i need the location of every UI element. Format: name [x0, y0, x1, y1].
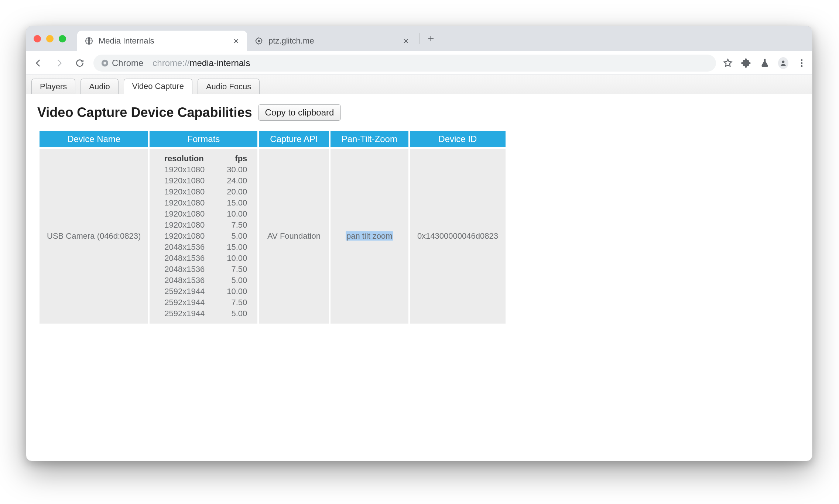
col-capture-api[interactable]: Capture API: [259, 131, 329, 147]
cell-ptz: pan tilt zoom: [331, 149, 408, 324]
format-resolution: 2048x1536: [164, 276, 205, 285]
toolbar: Chrome chrome://media-internals: [26, 51, 812, 75]
labs-icon[interactable]: [760, 58, 770, 68]
format-resolution: 1920x1080: [164, 220, 205, 230]
formats-header-fps: fps: [227, 154, 247, 163]
subtab-label: Audio: [89, 82, 110, 92]
toolbar-right: [723, 58, 807, 68]
col-device-id[interactable]: Device ID: [410, 131, 506, 147]
svg-point-8: [801, 65, 803, 67]
format-resolution: 1920x1080: [164, 187, 205, 197]
chrome-chip: Chrome: [101, 58, 143, 68]
close-window-button[interactable]: [34, 35, 41, 42]
reload-button[interactable]: [73, 56, 87, 70]
url-text: chrome://media-internals: [153, 58, 250, 68]
capabilities-table: Device Name Formats Capture API Pan-Tilt…: [38, 130, 507, 325]
format-resolution: 1920x1080: [164, 198, 205, 208]
close-tab-icon[interactable]: ×: [402, 36, 410, 46]
page-heading: Video Capture Device Capabilities: [37, 105, 252, 120]
back-button[interactable]: [31, 56, 45, 70]
subtab-video-capture[interactable]: Video Capture: [124, 79, 192, 94]
format-resolution: 2048x1536: [164, 253, 205, 263]
format-fps: 24.00: [227, 176, 247, 186]
tabstrip: Media Internals × ptz.glitch.me × +: [26, 26, 812, 51]
format-resolution: 1920x1080: [164, 231, 205, 241]
minimize-window-button[interactable]: [46, 35, 54, 42]
format-fps: 10.00: [227, 287, 247, 296]
chrome-chip-label: Chrome: [112, 58, 143, 68]
forward-button[interactable]: [52, 56, 66, 70]
browser-window: Media Internals × ptz.glitch.me × + Chro…: [26, 26, 812, 461]
target-icon: [254, 37, 263, 45]
tab-title: Media Internals: [99, 36, 227, 46]
format-fps: 15.00: [227, 198, 247, 208]
col-device-name[interactable]: Device Name: [40, 131, 148, 147]
cell-formats: resolution fps 1920x108030.001920x108024…: [150, 149, 257, 324]
format-resolution: 1920x1080: [164, 165, 205, 175]
col-formats[interactable]: Formats: [150, 131, 257, 147]
globe-icon: [85, 37, 93, 45]
new-tab-button[interactable]: +: [422, 32, 440, 45]
subtab-players[interactable]: Players: [31, 79, 75, 94]
close-tab-icon[interactable]: ×: [232, 36, 240, 46]
subtab-label: Video Capture: [132, 82, 184, 91]
format-resolution: 2592x1944: [164, 309, 205, 318]
format-fps: 5.00: [227, 231, 247, 241]
extensions-icon[interactable]: [741, 58, 751, 68]
format-fps: 10.00: [227, 209, 247, 219]
format-fps: 5.00: [227, 309, 247, 318]
maximize-window-button[interactable]: [59, 35, 66, 42]
url-main: media-internals: [189, 58, 250, 68]
svg-point-5: [782, 61, 785, 63]
format-resolution: 2048x1536: [164, 265, 205, 274]
table-row: USB Camera (046d:0823) resolution fps 19…: [40, 149, 506, 324]
window-controls: [34, 35, 66, 42]
formats-header-resolution: resolution: [164, 154, 205, 163]
col-ptz[interactable]: Pan-Tilt-Zoom: [331, 131, 408, 147]
bookmark-star-icon[interactable]: [723, 58, 733, 68]
cell-device-id: 0x14300000046d0823: [410, 149, 506, 324]
format-resolution: 2592x1944: [164, 287, 205, 296]
svg-point-2: [258, 40, 260, 42]
format-resolution: 1920x1080: [164, 176, 205, 186]
browser-tab-ptz[interactable]: ptz.glitch.me ×: [247, 31, 417, 51]
subtab-label: Audio Focus: [206, 82, 251, 92]
internal-tabs: Players Audio Video Capture Audio Focus: [26, 75, 812, 94]
format-fps: 5.00: [227, 276, 247, 285]
url-prefix: chrome://: [153, 58, 189, 68]
format-fps: 7.50: [227, 265, 247, 274]
browser-tab-media-internals[interactable]: Media Internals ×: [77, 31, 247, 51]
omnibox-divider: [148, 58, 148, 68]
format-fps: 7.50: [227, 298, 247, 307]
subtab-audio-focus[interactable]: Audio Focus: [198, 79, 260, 94]
ptz-value: pan tilt zoom: [346, 231, 393, 241]
profile-avatar[interactable]: [778, 58, 788, 68]
format-resolution: 1920x1080: [164, 209, 205, 219]
svg-point-6: [801, 59, 803, 61]
cell-device-name: USB Camera (046d:0823): [40, 149, 148, 324]
tab-separator: [419, 33, 420, 44]
format-fps: 10.00: [227, 253, 247, 263]
tab-title: ptz.glitch.me: [268, 36, 397, 46]
format-fps: 15.00: [227, 242, 247, 252]
cell-capture-api: AV Foundation: [259, 149, 329, 324]
subtab-audio[interactable]: Audio: [81, 79, 118, 94]
svg-point-7: [801, 62, 803, 64]
format-resolution: 2592x1944: [164, 298, 205, 307]
format-fps: 7.50: [227, 220, 247, 230]
content-area: Video Capture Device Capabilities Copy t…: [26, 94, 812, 335]
format-fps: 30.00: [227, 165, 247, 175]
subtab-label: Players: [40, 82, 67, 92]
format-resolution: 2048x1536: [164, 242, 205, 252]
format-fps: 20.00: [227, 187, 247, 197]
kebab-menu-icon[interactable]: [797, 58, 807, 68]
copy-to-clipboard-button[interactable]: Copy to clipboard: [258, 104, 341, 121]
address-bar[interactable]: Chrome chrome://media-internals: [93, 55, 716, 72]
svg-point-4: [103, 62, 106, 64]
